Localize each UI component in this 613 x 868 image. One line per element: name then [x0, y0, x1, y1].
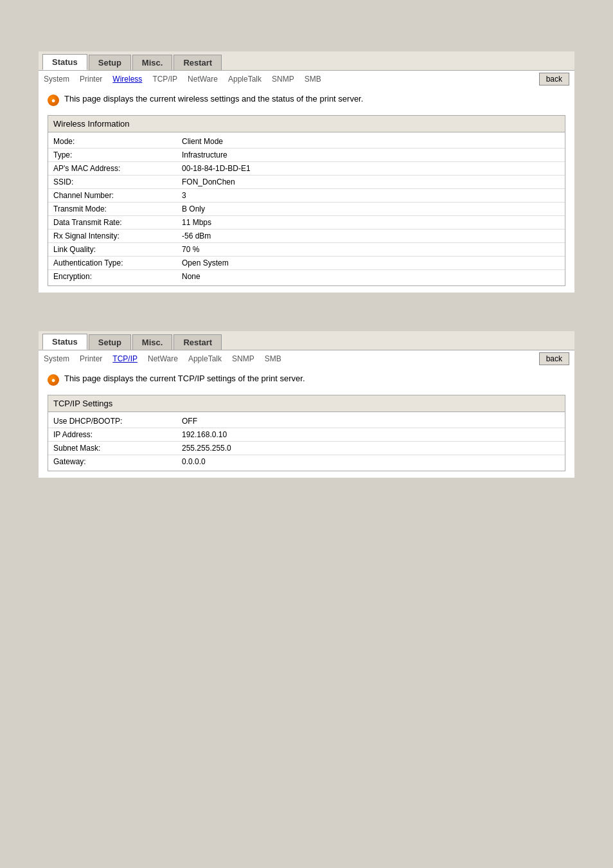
- table-row: Mode: Client Mode: [48, 135, 565, 149]
- row-label: IP Address:: [48, 428, 177, 441]
- row-value: Infrastructure: [177, 149, 233, 161]
- table-row: AP's MAC Address: 00-18-84-1D-BD-E1: [48, 162, 565, 176]
- subnav-system-1[interactable]: System: [44, 75, 69, 84]
- row-value: FON_DonChen: [177, 176, 240, 188]
- row-label: Data Transmit Rate:: [48, 216, 177, 229]
- table-row: Encryption: None: [48, 270, 565, 283]
- wireless-section-body: Mode: Client Mode Type: Infrastructure A…: [48, 132, 565, 285]
- tab-row-1: Status Setup Misc. Restart: [39, 51, 574, 70]
- wireless-section-title: Wireless Information: [48, 116, 565, 132]
- table-row: SSID: FON_DonChen: [48, 176, 565, 189]
- row-label: Link Quality:: [48, 243, 177, 256]
- subnav-netware-1[interactable]: NetWare: [188, 75, 218, 84]
- row-value: B Only: [177, 203, 210, 215]
- row-label: Encryption:: [48, 270, 177, 283]
- back-button-2[interactable]: back: [539, 352, 569, 365]
- back-button-1[interactable]: back: [539, 73, 569, 86]
- subnav-wireless-1[interactable]: Wireless: [112, 75, 142, 84]
- table-row: Transmit Mode: B Only: [48, 203, 565, 216]
- tab-misc-1[interactable]: Misc.: [132, 55, 173, 70]
- wireless-panel: Status Setup Misc. Restart System Printe…: [39, 51, 574, 293]
- wireless-info-section: Wireless Information Mode: Client Mode T…: [48, 115, 565, 286]
- subnav-appletalk-1[interactable]: AppleTalk: [228, 75, 262, 84]
- row-label: Transmit Mode:: [48, 203, 177, 215]
- subnav-1: System Printer Wireless TCP/IP NetWare A…: [39, 70, 574, 87]
- table-row: Subnet Mask: 255.255.255.0: [48, 442, 565, 455]
- row-value: 00-18-84-1D-BD-E1: [177, 162, 256, 175]
- subnav-printer-1[interactable]: Printer: [80, 75, 102, 84]
- row-value: 11 Mbps: [177, 216, 217, 229]
- table-row: Authentication Type: Open System: [48, 257, 565, 270]
- table-row: Type: Infrastructure: [48, 149, 565, 162]
- table-row: Link Quality: 70 %: [48, 243, 565, 257]
- table-row: Gateway: 0.0.0.0: [48, 455, 565, 468]
- subnav-tcpip-2[interactable]: TCP/IP: [112, 354, 138, 363]
- info-banner-1: ● This page displays the current wireles…: [48, 94, 565, 106]
- tcpip-section-title: TCP/IP Settings: [48, 395, 565, 412]
- tcpip-content: ● This page displays the current TCP/IP …: [39, 367, 574, 478]
- row-label: Gateway:: [48, 455, 177, 468]
- row-value: 255.255.255.0: [177, 442, 236, 455]
- row-label: Rx Signal Intensity:: [48, 230, 177, 242]
- row-value: Open System: [177, 257, 234, 269]
- table-row: Use DHCP/BOOTP: OFF: [48, 415, 565, 428]
- tab-restart-2[interactable]: Restart: [173, 334, 222, 350]
- table-row: IP Address: 192.168.0.10: [48, 428, 565, 442]
- row-label: AP's MAC Address:: [48, 162, 177, 175]
- subnav-2: System Printer TCP/IP NetWare AppleTalk …: [39, 350, 574, 367]
- row-label: Channel Number:: [48, 189, 177, 202]
- tab-restart-1[interactable]: Restart: [173, 55, 222, 70]
- tcpip-info-section: TCP/IP Settings Use DHCP/BOOTP: OFF IP A…: [48, 395, 565, 471]
- info-text-2: This page displays the current TCP/IP se…: [64, 374, 305, 383]
- subnav-snmp-1[interactable]: SNMP: [272, 75, 294, 84]
- row-label: Mode:: [48, 135, 177, 148]
- subnav-system-2[interactable]: System: [44, 354, 69, 363]
- tab-misc-2[interactable]: Misc.: [132, 334, 173, 350]
- tab-setup-2[interactable]: Setup: [89, 334, 131, 350]
- tcpip-panel: Status Setup Misc. Restart System Printe…: [39, 331, 574, 478]
- wireless-content: ● This page displays the current wireles…: [39, 87, 574, 293]
- table-row: Rx Signal Intensity: -56 dBm: [48, 230, 565, 243]
- info-banner-2: ● This page displays the current TCP/IP …: [48, 374, 565, 386]
- subnav-netware-2[interactable]: NetWare: [148, 354, 178, 363]
- row-value: OFF: [177, 415, 202, 428]
- row-label: SSID:: [48, 176, 177, 188]
- tcpip-section-body: Use DHCP/BOOTP: OFF IP Address: 192.168.…: [48, 412, 565, 471]
- row-value: 192.168.0.10: [177, 428, 232, 441]
- info-icon-2: ●: [48, 374, 59, 386]
- row-value: 70 %: [177, 243, 204, 256]
- info-icon-1: ●: [48, 95, 59, 106]
- subnav-smb-1[interactable]: SMB: [305, 75, 321, 84]
- table-row: Data Transmit Rate: 11 Mbps: [48, 216, 565, 230]
- tab-status-2[interactable]: Status: [42, 334, 87, 350]
- row-value: -56 dBm: [177, 230, 216, 242]
- row-value: 0.0.0.0: [177, 455, 211, 468]
- subnav-smb-2[interactable]: SMB: [265, 354, 281, 363]
- tab-row-2: Status Setup Misc. Restart: [39, 331, 574, 350]
- table-row: Channel Number: 3: [48, 189, 565, 203]
- subnav-printer-2[interactable]: Printer: [80, 354, 102, 363]
- tab-status-1[interactable]: Status: [42, 54, 87, 70]
- row-label: Use DHCP/BOOTP:: [48, 415, 177, 428]
- subnav-snmp-2[interactable]: SNMP: [232, 354, 254, 363]
- subnav-appletalk-2[interactable]: AppleTalk: [188, 354, 222, 363]
- info-text-1: This page displays the current wireless …: [64, 94, 363, 104]
- row-value: 3: [177, 189, 191, 202]
- row-value: Client Mode: [177, 135, 228, 148]
- row-label: Subnet Mask:: [48, 442, 177, 455]
- subnav-tcpip-1[interactable]: TCP/IP: [152, 75, 177, 84]
- row-label: Type:: [48, 149, 177, 161]
- row-value: None: [177, 270, 206, 283]
- row-label: Authentication Type:: [48, 257, 177, 269]
- tab-setup-1[interactable]: Setup: [89, 55, 131, 70]
